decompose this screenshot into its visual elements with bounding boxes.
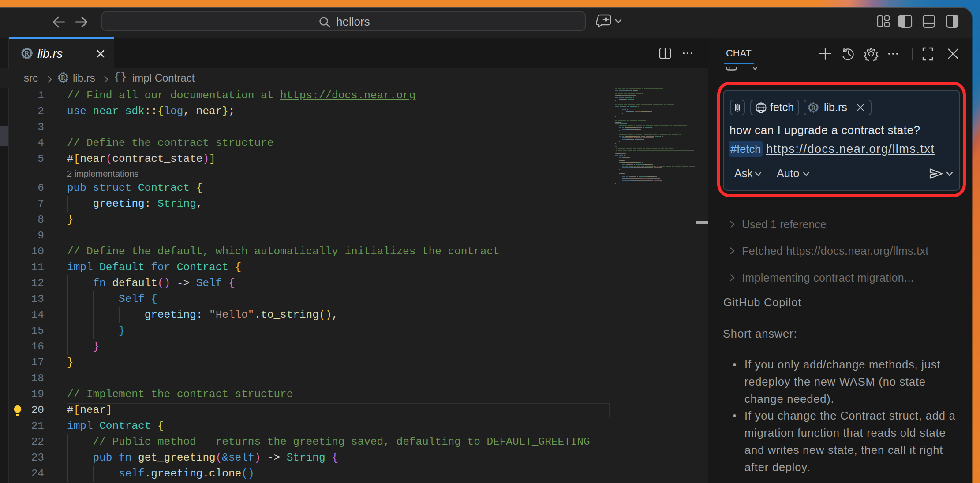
svg-text:R: R [811,104,816,111]
